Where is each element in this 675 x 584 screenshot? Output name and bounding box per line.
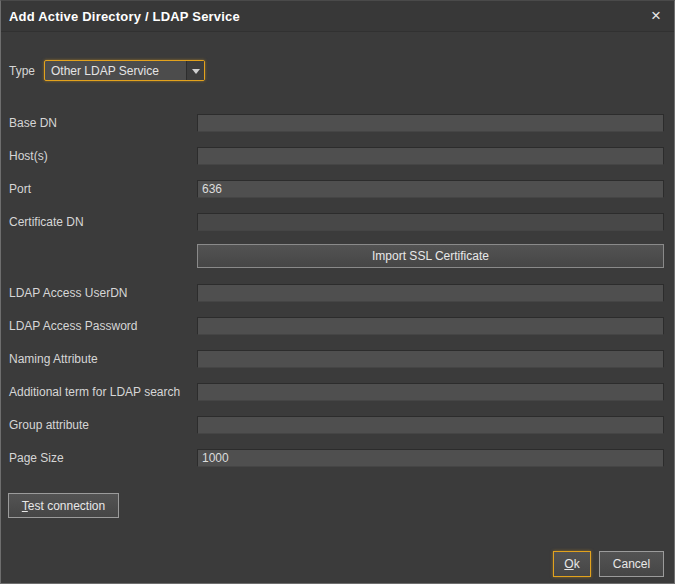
dialog-titlebar: Add Active Directory / LDAP Service ×: [1, 1, 674, 32]
ldap-access-userdn-label: LDAP Access UserDN: [9, 284, 127, 302]
ok-button[interactable]: Ok: [553, 551, 591, 577]
naming-attribute-label: Naming Attribute: [9, 350, 98, 368]
group-attribute-input[interactable]: [197, 416, 664, 434]
base-dn-input[interactable]: [197, 114, 664, 132]
type-select[interactable]: Other LDAP Service: [44, 60, 205, 81]
add-ldap-service-dialog: Add Active Directory / LDAP Service × Ty…: [0, 0, 675, 584]
import-ssl-certificate-button[interactable]: Import SSL Certificate: [197, 244, 664, 268]
naming-attribute-input[interactable]: [197, 350, 664, 368]
ldap-access-password-input[interactable]: [197, 317, 664, 335]
ldap-access-password-label: LDAP Access Password: [9, 317, 138, 335]
hosts-input[interactable]: [197, 147, 664, 165]
test-connection-button[interactable]: Test connection: [8, 493, 119, 518]
type-label: Type: [9, 62, 35, 80]
dialog-title: Add Active Directory / LDAP Service: [9, 9, 240, 24]
cancel-button[interactable]: Cancel: [599, 551, 664, 577]
certificate-dn-input[interactable]: [197, 213, 664, 231]
group-attribute-label: Group attribute: [9, 416, 89, 434]
additional-term-input[interactable]: [197, 383, 664, 401]
certificate-dn-label: Certificate DN: [9, 213, 84, 231]
ldap-access-userdn-input[interactable]: [197, 284, 664, 302]
page-size-label: Page Size: [9, 449, 64, 467]
hosts-label: Host(s): [9, 147, 48, 165]
type-select-arrow-button[interactable]: [186, 61, 204, 80]
ok-accel: O: [564, 557, 573, 571]
ok-rest: k: [574, 557, 580, 571]
port-input[interactable]: [197, 180, 664, 198]
page-size-input[interactable]: [197, 449, 664, 467]
base-dn-label: Base DN: [9, 114, 57, 132]
chevron-down-icon: [192, 69, 200, 74]
test-connection-rest: est connection: [28, 499, 105, 513]
additional-term-label: Additional term for LDAP search: [9, 383, 180, 401]
type-select-value: Other LDAP Service: [51, 64, 159, 78]
port-label: Port: [9, 180, 31, 198]
close-icon[interactable]: ×: [647, 7, 665, 25]
